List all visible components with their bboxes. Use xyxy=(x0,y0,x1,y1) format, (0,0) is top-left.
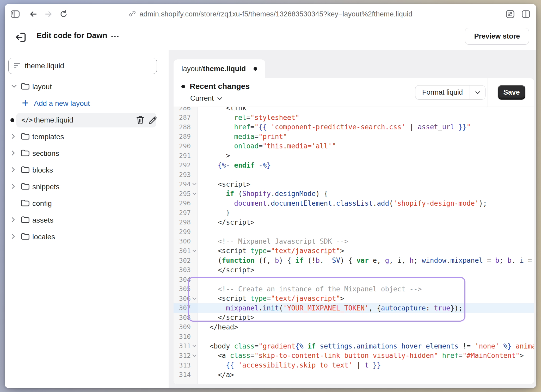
code-line-297[interactable]: 297 } xyxy=(174,208,534,218)
sidebar-item-config[interactable]: config xyxy=(5,196,169,211)
forward-icon[interactable] xyxy=(43,8,54,20)
code-text[interactable]: href="{{ 'component-predictive-search.cs… xyxy=(198,122,534,132)
line-number[interactable]: 293 xyxy=(175,171,191,179)
line-number[interactable]: 299 xyxy=(175,228,191,236)
chevron-right-icon[interactable] xyxy=(11,133,16,140)
fold-icon[interactable] xyxy=(191,294,198,303)
chevron-right-icon[interactable] xyxy=(11,150,16,157)
code-line-298[interactable]: 298 </script> xyxy=(174,218,534,227)
code-text[interactable]: </script> xyxy=(198,313,534,322)
code-line-308[interactable]: 308 </script> xyxy=(174,313,534,322)
chevron-right-icon[interactable] xyxy=(11,217,16,224)
code-text[interactable]: <link xyxy=(198,107,534,113)
code-text[interactable]: document.documentElement.classList.add('… xyxy=(198,198,534,208)
line-number[interactable]: 290 xyxy=(175,142,191,150)
code-text[interactable]: </a> xyxy=(198,370,534,379)
save-button[interactable]: Save xyxy=(498,85,525,100)
back-icon[interactable] xyxy=(28,8,39,20)
fold-icon[interactable] xyxy=(191,246,198,256)
line-number[interactable]: 303 xyxy=(175,266,191,274)
code-text[interactable]: <script type="text/javascript"> xyxy=(198,294,534,303)
line-number[interactable]: 305 xyxy=(175,285,191,293)
chevron-right-icon[interactable] xyxy=(11,183,16,191)
line-number[interactable]: 314 xyxy=(175,371,191,378)
exit-editor-icon[interactable] xyxy=(15,32,27,44)
code-line-299[interactable]: 299 xyxy=(174,227,534,237)
code-text[interactable]: rel="stylesheet" xyxy=(198,113,534,123)
code-line-289[interactable]: 289 media="print" xyxy=(174,132,534,142)
code-line-306[interactable]: 306 <script type="text/javascript"> xyxy=(174,294,534,303)
chevron-right-icon[interactable] xyxy=(11,167,16,174)
line-number[interactable]: 309 xyxy=(175,323,191,331)
format-options-chevron-icon[interactable] xyxy=(470,85,485,99)
code-line-301[interactable]: 301 <script type="text/javascript"> xyxy=(174,246,534,256)
code-line-295[interactable]: 295 if (Shopify.designMode) { xyxy=(174,189,534,199)
code-line-287[interactable]: 287 rel="stylesheet" xyxy=(174,113,534,123)
sidebar-action-add-a-new-layout[interactable]: Add a new layout xyxy=(5,96,169,111)
chevron-right-icon[interactable] xyxy=(11,233,16,241)
line-number[interactable]: 298 xyxy=(175,218,191,226)
code-line-296[interactable]: 296 document.documentElement.classList.a… xyxy=(174,198,534,208)
code-text[interactable]: </script> xyxy=(198,218,534,227)
fold-icon[interactable] xyxy=(191,341,198,351)
line-number[interactable]: 288 xyxy=(175,123,191,131)
code-text[interactable]: </script> xyxy=(198,265,534,275)
code-text[interactable]: </head> xyxy=(198,322,534,332)
code-line-303[interactable]: 303 </script> xyxy=(174,265,534,275)
pencil-icon[interactable] xyxy=(147,115,158,125)
code-text[interactable]: media="print" xyxy=(198,132,534,142)
code-editor[interactable]: 286 <link287 rel="stylesheet"288 href="{… xyxy=(174,107,534,384)
line-number[interactable]: 292 xyxy=(175,161,191,169)
tab-theme-liquid[interactable]: layout/theme.liquid xyxy=(174,59,265,78)
code-text[interactable]: onload="this.media='all'" xyxy=(198,141,534,151)
code-line-293[interactable]: 293 xyxy=(174,170,534,180)
reload-icon[interactable] xyxy=(58,8,69,20)
code-text[interactable]: mixpanel.init('YOUR_MIXPANEL_TOKEN', {au… xyxy=(198,303,534,313)
split-view-icon[interactable] xyxy=(520,8,532,20)
sidebar-item-assets[interactable]: assets xyxy=(5,213,169,228)
code-line-302[interactable]: 302 (function (f, b) { if (!b.__SV) { va… xyxy=(174,256,534,265)
chevron-down-icon[interactable] xyxy=(11,84,17,90)
code-line-300[interactable]: 300 <!-- Mixpanel Javascript SDK --> xyxy=(174,237,534,246)
line-number[interactable]: 312 xyxy=(175,352,191,359)
line-number[interactable]: 310 xyxy=(175,333,191,340)
fold-icon[interactable] xyxy=(191,179,198,189)
code-line-290[interactable]: 290 onload="this.media='all'" xyxy=(174,141,534,151)
sidebar-item-templates[interactable]: templates xyxy=(5,130,169,144)
code-text[interactable]: {{ 'accessibility.skip_to_text' | t }} xyxy=(198,360,534,370)
code-line-288[interactable]: 288 href="{{ 'component-predictive-searc… xyxy=(174,122,534,132)
sidebar-item-blocks[interactable]: blocks xyxy=(5,163,169,177)
line-number[interactable]: 300 xyxy=(175,237,191,245)
line-number[interactable]: 294 xyxy=(175,180,191,188)
file-search-box[interactable] xyxy=(8,58,157,74)
code-text[interactable] xyxy=(198,275,534,284)
code-line-291[interactable]: 291 > xyxy=(174,151,534,161)
code-line-313[interactable]: 313 {{ 'accessibility.skip_to_text' | t … xyxy=(174,360,534,370)
code-text[interactable]: if (Shopify.designMode) { xyxy=(198,189,534,199)
fold-icon[interactable] xyxy=(191,351,198,360)
line-number[interactable]: 313 xyxy=(175,362,191,369)
code-text[interactable]: } xyxy=(198,208,534,218)
line-number[interactable]: 286 xyxy=(175,107,191,112)
line-number[interactable]: 311 xyxy=(175,342,191,350)
code-text[interactable]: {%- endif -%} xyxy=(198,160,534,170)
fold-icon[interactable] xyxy=(191,189,198,199)
code-line-312[interactable]: 312 <a class="skip-to-content-link butto… xyxy=(174,351,534,360)
format-liquid-button[interactable]: Format liquid xyxy=(415,85,485,100)
code-text[interactable]: <!-- Create an instance of the Mixpanel … xyxy=(198,284,534,294)
sidebar-item-sections[interactable]: sections xyxy=(5,146,169,161)
sidebar-item-snippets[interactable]: snippets xyxy=(5,180,169,194)
code-text[interactable]: <body class="gradient{% if settings.anim… xyxy=(198,341,534,351)
sidebar-item-layout[interactable]: layout xyxy=(5,79,169,94)
line-number[interactable]: 304 xyxy=(175,276,191,283)
code-text[interactable]: <script> xyxy=(198,179,534,189)
line-number[interactable]: 301 xyxy=(175,247,191,255)
line-number[interactable]: 306 xyxy=(175,295,191,302)
line-number[interactable]: 302 xyxy=(175,257,191,264)
url-text[interactable]: admin.shopify.com/store/rzq1xu-f5/themes… xyxy=(139,10,412,18)
sidebar-item-theme.liquid[interactable]: </>theme.liquid xyxy=(5,113,169,127)
trash-icon[interactable] xyxy=(135,115,145,125)
code-line-292[interactable]: 292 {%- endif -%} xyxy=(174,160,534,170)
code-text[interactable]: <a class="skip-to-content-link button vi… xyxy=(198,351,534,360)
code-line-304[interactable]: 304 xyxy=(174,275,534,284)
